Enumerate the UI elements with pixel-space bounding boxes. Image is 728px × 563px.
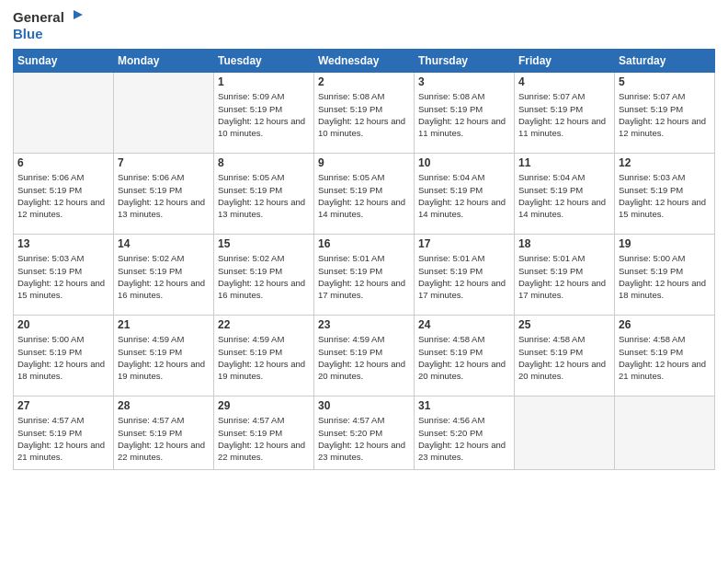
day-cell: 20Sunrise: 5:00 AMSunset: 5:19 PMDayligh…: [14, 316, 114, 396]
day-cell: 6Sunrise: 5:06 AMSunset: 5:19 PMDaylight…: [14, 154, 114, 235]
day-info: Sunrise: 5:00 AMSunset: 5:19 PMDaylight:…: [17, 333, 109, 382]
weekday-header-row: SundayMondayTuesdayWednesdayThursdayFrid…: [14, 50, 715, 73]
day-info: Sunrise: 4:57 AMSunset: 5:20 PMDaylight:…: [318, 414, 410, 463]
day-info: Sunrise: 5:02 AMSunset: 5:19 PMDaylight:…: [118, 252, 210, 301]
day-info: Sunrise: 4:57 AMSunset: 5:19 PMDaylight:…: [218, 414, 310, 463]
day-cell: 24Sunrise: 4:58 AMSunset: 5:19 PMDayligh…: [415, 316, 515, 396]
day-info: Sunrise: 5:04 AMSunset: 5:19 PMDaylight:…: [518, 171, 610, 220]
week-row-1: 1Sunrise: 5:09 AMSunset: 5:19 PMDaylight…: [14, 73, 715, 154]
day-info: Sunrise: 4:59 AMSunset: 5:19 PMDaylight:…: [318, 333, 410, 382]
week-row-2: 6Sunrise: 5:06 AMSunset: 5:19 PMDaylight…: [14, 154, 715, 235]
day-cell: [14, 73, 114, 154]
day-number: 6: [17, 156, 109, 169]
day-info: Sunrise: 5:01 AMSunset: 5:19 PMDaylight:…: [318, 252, 410, 301]
day-info: Sunrise: 5:04 AMSunset: 5:19 PMDaylight:…: [418, 171, 510, 220]
day-cell: 19Sunrise: 5:00 AMSunset: 5:19 PMDayligh…: [615, 235, 715, 316]
day-number: 10: [418, 156, 510, 169]
day-number: 21: [118, 318, 210, 331]
day-number: 30: [318, 399, 410, 412]
day-cell: 3Sunrise: 5:08 AMSunset: 5:19 PMDaylight…: [415, 73, 515, 154]
day-info: Sunrise: 4:59 AMSunset: 5:19 PMDaylight:…: [218, 333, 310, 382]
day-cell: [114, 73, 214, 154]
day-number: 5: [619, 75, 711, 88]
day-cell: 28Sunrise: 4:57 AMSunset: 5:19 PMDayligh…: [114, 396, 214, 470]
day-number: 16: [318, 237, 410, 250]
day-info: Sunrise: 5:00 AMSunset: 5:19 PMDaylight:…: [619, 252, 711, 301]
day-info: Sunrise: 5:07 AMSunset: 5:19 PMDaylight:…: [619, 90, 711, 139]
day-cell: 10Sunrise: 5:04 AMSunset: 5:19 PMDayligh…: [415, 154, 515, 235]
day-info: Sunrise: 5:08 AMSunset: 5:19 PMDaylight:…: [418, 90, 510, 139]
page-header: General Blue: [13, 9, 715, 41]
day-info: Sunrise: 5:03 AMSunset: 5:19 PMDaylight:…: [619, 171, 711, 220]
day-cell: 29Sunrise: 4:57 AMSunset: 5:19 PMDayligh…: [214, 396, 314, 470]
day-cell: 14Sunrise: 5:02 AMSunset: 5:19 PMDayligh…: [114, 235, 214, 316]
day-cell: [615, 396, 715, 470]
logo-flag-icon: [66, 9, 83, 26]
day-info: Sunrise: 4:57 AMSunset: 5:19 PMDaylight:…: [118, 414, 210, 463]
weekday-header-wednesday: Wednesday: [314, 50, 415, 73]
day-number: 22: [218, 318, 310, 331]
day-cell: 25Sunrise: 4:58 AMSunset: 5:19 PMDayligh…: [515, 316, 615, 396]
day-cell: 31Sunrise: 4:56 AMSunset: 5:20 PMDayligh…: [415, 396, 515, 470]
day-number: 14: [118, 237, 210, 250]
day-number: 18: [518, 237, 610, 250]
day-number: 13: [17, 237, 109, 250]
day-number: 12: [619, 156, 711, 169]
day-number: 29: [218, 399, 310, 412]
day-cell: 23Sunrise: 4:59 AMSunset: 5:19 PMDayligh…: [314, 316, 415, 396]
day-number: 4: [518, 75, 610, 88]
day-cell: 30Sunrise: 4:57 AMSunset: 5:20 PMDayligh…: [314, 396, 415, 470]
weekday-header-friday: Friday: [515, 50, 615, 73]
day-info: Sunrise: 5:01 AMSunset: 5:19 PMDaylight:…: [418, 252, 510, 301]
day-number: 17: [418, 237, 510, 250]
day-cell: 2Sunrise: 5:08 AMSunset: 5:19 PMDaylight…: [314, 73, 415, 154]
svg-marker-0: [74, 10, 83, 19]
day-number: 7: [118, 156, 210, 169]
day-info: Sunrise: 4:59 AMSunset: 5:19 PMDaylight:…: [118, 333, 210, 382]
weekday-header-saturday: Saturday: [615, 50, 715, 73]
day-info: Sunrise: 5:09 AMSunset: 5:19 PMDaylight:…: [218, 90, 310, 139]
day-cell: [515, 396, 615, 470]
day-cell: 4Sunrise: 5:07 AMSunset: 5:19 PMDaylight…: [515, 73, 615, 154]
week-row-5: 27Sunrise: 4:57 AMSunset: 5:19 PMDayligh…: [14, 396, 715, 470]
day-number: 25: [518, 318, 610, 331]
day-info: Sunrise: 5:02 AMSunset: 5:19 PMDaylight:…: [218, 252, 310, 301]
day-number: 23: [318, 318, 410, 331]
day-info: Sunrise: 5:05 AMSunset: 5:19 PMDaylight:…: [318, 171, 410, 220]
day-cell: 27Sunrise: 4:57 AMSunset: 5:19 PMDayligh…: [14, 396, 114, 470]
weekday-header-tuesday: Tuesday: [214, 50, 314, 73]
day-number: 11: [518, 156, 610, 169]
day-number: 8: [218, 156, 310, 169]
day-info: Sunrise: 5:01 AMSunset: 5:19 PMDaylight:…: [518, 252, 610, 301]
day-number: 20: [17, 318, 109, 331]
day-info: Sunrise: 4:56 AMSunset: 5:20 PMDaylight:…: [418, 414, 510, 463]
day-cell: 5Sunrise: 5:07 AMSunset: 5:19 PMDaylight…: [615, 73, 715, 154]
day-number: 28: [118, 399, 210, 412]
day-cell: 22Sunrise: 4:59 AMSunset: 5:19 PMDayligh…: [214, 316, 314, 396]
day-number: 27: [17, 399, 109, 412]
day-number: 31: [418, 399, 510, 412]
day-cell: 9Sunrise: 5:05 AMSunset: 5:19 PMDaylight…: [314, 154, 415, 235]
calendar-table: SundayMondayTuesdayWednesdayThursdayFrid…: [13, 49, 715, 470]
weekday-header-sunday: Sunday: [14, 50, 114, 73]
day-number: 26: [619, 318, 711, 331]
day-info: Sunrise: 5:07 AMSunset: 5:19 PMDaylight:…: [518, 90, 610, 139]
week-row-4: 20Sunrise: 5:00 AMSunset: 5:19 PMDayligh…: [14, 316, 715, 396]
day-info: Sunrise: 5:06 AMSunset: 5:19 PMDaylight:…: [17, 171, 109, 220]
day-info: Sunrise: 4:58 AMSunset: 5:19 PMDaylight:…: [619, 333, 711, 382]
day-cell: 16Sunrise: 5:01 AMSunset: 5:19 PMDayligh…: [314, 235, 415, 316]
day-cell: 11Sunrise: 5:04 AMSunset: 5:19 PMDayligh…: [515, 154, 615, 235]
day-number: 2: [318, 75, 410, 88]
day-info: Sunrise: 5:08 AMSunset: 5:19 PMDaylight:…: [318, 90, 410, 139]
day-cell: 8Sunrise: 5:05 AMSunset: 5:19 PMDaylight…: [214, 154, 314, 235]
day-number: 19: [619, 237, 711, 250]
logo: General Blue: [13, 9, 83, 41]
day-info: Sunrise: 4:58 AMSunset: 5:19 PMDaylight:…: [518, 333, 610, 382]
day-info: Sunrise: 5:05 AMSunset: 5:19 PMDaylight:…: [218, 171, 310, 220]
day-info: Sunrise: 5:03 AMSunset: 5:19 PMDaylight:…: [17, 252, 109, 301]
day-info: Sunrise: 5:06 AMSunset: 5:19 PMDaylight:…: [118, 171, 210, 220]
logo-blue: Blue: [13, 26, 43, 41]
day-cell: 13Sunrise: 5:03 AMSunset: 5:19 PMDayligh…: [14, 235, 114, 316]
logo-general: General: [13, 9, 64, 25]
day-info: Sunrise: 4:57 AMSunset: 5:19 PMDaylight:…: [17, 414, 109, 463]
